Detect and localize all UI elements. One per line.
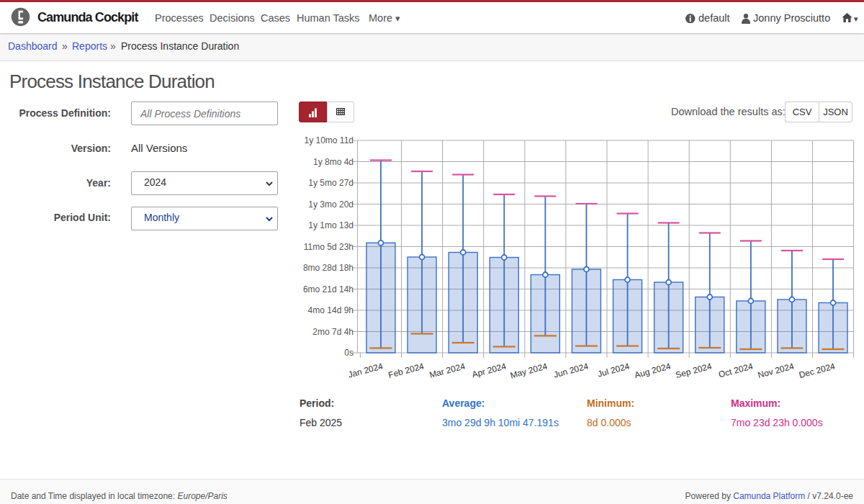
svg-text:1y 3mo 20d: 1y 3mo 20d — [308, 199, 354, 210]
svg-text:1y 5mo 27d: 1y 5mo 27d — [308, 178, 354, 188]
svg-text:Sep 2024: Sep 2024 — [675, 361, 714, 380]
svg-text:Oct 2024: Oct 2024 — [717, 361, 754, 379]
svg-text:Jul 2024: Jul 2024 — [596, 361, 631, 379]
svg-text:Aug 2024: Aug 2024 — [634, 361, 672, 380]
svg-text:Nov 2024: Nov 2024 — [757, 361, 796, 380]
svg-text:1y 1mo 13d: 1y 1mo 13d — [308, 220, 354, 230]
svg-text:Dec 2024: Dec 2024 — [798, 361, 837, 380]
svg-text:Mar 2024: Mar 2024 — [428, 361, 467, 380]
svg-text:6mo 21d 14h: 6mo 21d 14h — [303, 284, 354, 294]
svg-text:Jun 2024: Jun 2024 — [552, 361, 590, 379]
svg-text:Apr 2024: Apr 2024 — [471, 361, 508, 379]
svg-text:2mo 7d 4h: 2mo 7d 4h — [312, 327, 354, 337]
svg-text:1y 10mo 11d: 1y 10mo 11d — [305, 135, 354, 145]
svg-text:8mo 28d 18h: 8mo 28d 18h — [303, 263, 354, 273]
svg-text:Feb 2024: Feb 2024 — [387, 361, 426, 380]
svg-text:Jan 2024: Jan 2024 — [347, 361, 384, 379]
svg-text:11mo 5d 23h: 11mo 5d 23h — [304, 242, 354, 252]
svg-text:0s: 0s — [344, 348, 354, 358]
svg-text:May 2024: May 2024 — [509, 361, 549, 380]
svg-text:4mo 14d 9h: 4mo 14d 9h — [308, 305, 354, 315]
svg-text:1y 8mo 4d: 1y 8mo 4d — [313, 157, 354, 167]
